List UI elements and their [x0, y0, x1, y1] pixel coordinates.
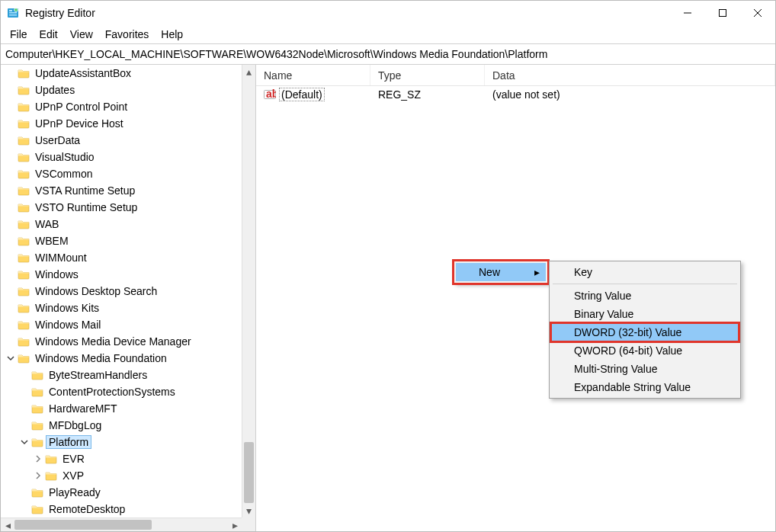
- context-submenu-new: Key String Value Binary Value DWORD (32-…: [549, 261, 741, 399]
- expander-placeholder: [5, 303, 16, 313]
- ctx-qword-value[interactable]: QWORD (64-bit) Value: [551, 341, 739, 360]
- folder-icon: [31, 370, 43, 380]
- expander-placeholder: [5, 85, 16, 95]
- folder-icon: [45, 470, 57, 481]
- tree-item[interactable]: Windows Kits: [1, 300, 242, 316]
- scroll-up-arrow[interactable]: ▴: [242, 65, 255, 79]
- minimize-button[interactable]: [670, 1, 705, 25]
- tree-item[interactable]: XVP: [1, 467, 242, 484]
- ctx-multi-string-value[interactable]: Multi-String Value: [551, 360, 739, 378]
- column-name[interactable]: Name: [256, 65, 370, 85]
- tree-item[interactable]: UserData: [1, 132, 242, 149]
- tree-item-label: VSTO Runtime Setup: [33, 201, 139, 213]
- menu-favorites[interactable]: Favorites: [99, 27, 156, 42]
- tree-item[interactable]: Windows Mail: [1, 316, 242, 333]
- scroll-down-arrow[interactable]: ▾: [242, 504, 255, 518]
- tree-item[interactable]: Windows Media Foundation: [1, 350, 242, 367]
- tree-item[interactable]: Windows Media Device Manager: [1, 333, 242, 350]
- svg-rect-1: [9, 10, 12, 11]
- tree-item-label: Windows Kits: [33, 302, 101, 314]
- tree-item-label: Platform: [46, 436, 91, 448]
- ctx-dword-value[interactable]: DWORD (32-bit) Value: [551, 323, 739, 341]
- tree-item-label: UPnP Device Host: [33, 117, 126, 130]
- tree-item[interactable]: PlayReady: [1, 484, 242, 501]
- tree-item-label: Windows Desktop Search: [33, 285, 159, 297]
- address-bar[interactable]: Computer\HKEY_LOCAL_MACHINE\SOFTWARE\WOW…: [1, 43, 775, 65]
- tree-item[interactable]: UpdateAssistantBox: [1, 65, 242, 82]
- tree-horizontal-scrollbar[interactable]: ◂ ▸: [1, 518, 242, 531]
- values-header: Name Type Data: [256, 65, 775, 86]
- tree-item[interactable]: EVR: [1, 450, 242, 467]
- chevron-down-icon[interactable]: [19, 437, 30, 447]
- values-pane: Name Type Data ab (Default) REG_SZ (valu…: [256, 65, 775, 531]
- maximize-button[interactable]: [705, 1, 740, 25]
- tree-item[interactable]: VSTA Runtime Setup: [1, 182, 242, 199]
- menu-file[interactable]: File: [4, 27, 34, 42]
- scroll-thumb[interactable]: [244, 442, 254, 503]
- value-type: REG_SZ: [370, 88, 485, 101]
- close-button[interactable]: [740, 1, 775, 25]
- folder-icon: [18, 353, 30, 364]
- tree-item[interactable]: Updates: [1, 82, 242, 98]
- ctx-binary-value[interactable]: Binary Value: [551, 305, 739, 323]
- menu-help[interactable]: Help: [155, 27, 189, 42]
- tree-item[interactable]: MFDbgLog: [1, 417, 242, 434]
- registry-tree[interactable]: UpdateAssistantBoxUpdatesUPnP Control Po…: [1, 65, 255, 531]
- folder-icon: [18, 286, 30, 296]
- column-type[interactable]: Type: [370, 65, 485, 85]
- tree-vertical-scrollbar[interactable]: ▴ ▾: [242, 65, 255, 518]
- tree-item[interactable]: ByteStreamHandlers: [1, 367, 242, 383]
- svg-text:ab: ab: [266, 88, 276, 100]
- tree-item[interactable]: RemoteDesktop: [1, 501, 242, 518]
- folder-icon: [31, 420, 43, 431]
- tree-item[interactable]: HardwareMFT: [1, 400, 242, 417]
- tree-item[interactable]: Platform: [1, 434, 242, 450]
- expander-placeholder: [5, 252, 16, 263]
- tree-item[interactable]: WBEM: [1, 232, 242, 249]
- folder-icon: [18, 68, 30, 79]
- chevron-right-icon[interactable]: [33, 453, 43, 464]
- folder-icon: [18, 252, 30, 263]
- svg-point-4: [14, 8, 18, 12]
- scroll-left-arrow[interactable]: ◂: [1, 518, 14, 531]
- tree-item-label: PlayReady: [46, 486, 103, 498]
- expander-placeholder: [5, 118, 16, 129]
- expander-placeholder: [19, 487, 30, 498]
- tree-item[interactable]: Windows: [1, 266, 242, 283]
- folder-icon: [31, 403, 43, 414]
- titlebar: Registry Editor: [1, 1, 775, 25]
- scroll-right-arrow[interactable]: ▸: [228, 518, 242, 531]
- ctx-new[interactable]: New ▸: [456, 263, 546, 281]
- tree-item[interactable]: Windows Desktop Search: [1, 283, 242, 300]
- tree-item[interactable]: UPnP Control Point: [1, 98, 242, 115]
- chevron-down-icon[interactable]: [5, 353, 16, 364]
- column-data[interactable]: Data: [485, 65, 775, 85]
- address-text: Computer\HKEY_LOCAL_MACHINE\SOFTWARE\WOW…: [5, 48, 547, 60]
- folder-icon: [18, 336, 30, 347]
- ctx-key[interactable]: Key: [551, 263, 739, 281]
- folder-icon: [31, 437, 43, 447]
- ctx-expandable-string-value[interactable]: Expandable String Value: [551, 378, 739, 396]
- value-name: (Default): [279, 88, 325, 101]
- menu-edit[interactable]: Edit: [34, 27, 64, 42]
- tree-item[interactable]: VSTO Runtime Setup: [1, 199, 242, 216]
- folder-icon: [18, 168, 30, 179]
- menu-view[interactable]: View: [64, 27, 99, 42]
- tree-item[interactable]: VSCommon: [1, 165, 242, 182]
- folder-icon: [18, 85, 30, 95]
- folder-icon: [31, 504, 43, 514]
- chevron-right-icon[interactable]: [33, 470, 43, 481]
- tree-item[interactable]: WAB: [1, 216, 242, 232]
- tree-item-label: Windows Mail: [33, 319, 103, 331]
- expander-placeholder: [19, 504, 30, 514]
- folder-icon: [18, 135, 30, 146]
- folder-icon: [18, 152, 30, 162]
- tree-item[interactable]: UPnP Device Host: [1, 115, 242, 132]
- tree-item[interactable]: ContentProtectionSystems: [1, 383, 242, 400]
- tree-item[interactable]: VisualStudio: [1, 149, 242, 165]
- tree-item[interactable]: WIMMount: [1, 249, 242, 266]
- scroll-thumb-h[interactable]: [14, 520, 152, 530]
- ctx-string-value[interactable]: String Value: [551, 287, 739, 305]
- folder-icon: [18, 219, 30, 229]
- value-row[interactable]: ab (Default) REG_SZ (value not set): [256, 86, 775, 103]
